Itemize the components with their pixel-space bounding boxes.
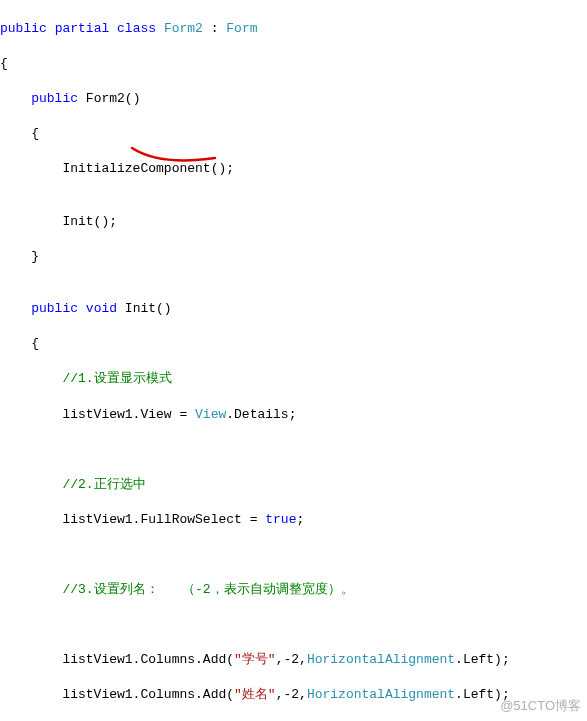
keyword: true <box>265 512 296 527</box>
text: : <box>203 21 226 36</box>
stmt: .Left); <box>455 687 510 702</box>
stmt: listView1.FullRowSelect = <box>0 512 265 527</box>
code-editor[interactable]: public partial class Form2 : Form { publ… <box>0 0 587 721</box>
comment: //3.设置列名： （-2，表示自动调整宽度）。 <box>62 582 353 597</box>
stmt: listView1.Columns.Add( <box>0 687 234 702</box>
keyword: public <box>31 301 78 316</box>
stmt: ; <box>296 512 304 527</box>
type: View <box>195 407 226 422</box>
brace: { <box>0 126 39 141</box>
keyword: void <box>86 301 117 316</box>
stmt: ,-2, <box>276 652 307 667</box>
stmt: .Left); <box>455 652 510 667</box>
text: Form2() <box>78 91 140 106</box>
stmt: ,-2, <box>276 687 307 702</box>
brace: } <box>0 249 39 264</box>
type: Form2 <box>164 21 203 36</box>
brace: { <box>0 56 8 71</box>
keyword: partial <box>55 21 110 36</box>
type: Form <box>226 21 257 36</box>
keyword: class <box>117 21 156 36</box>
type: HorizontalAlignment <box>307 652 455 667</box>
stmt: .Details; <box>226 407 296 422</box>
keyword: public <box>0 21 47 36</box>
stmt: listView1.View = <box>0 407 195 422</box>
comment: //1.设置显示模式 <box>62 371 171 386</box>
comment: //2.正行选中 <box>62 477 145 492</box>
string: "姓名" <box>234 687 276 702</box>
type: HorizontalAlignment <box>307 687 455 702</box>
stmt: InitializeComponent(); <box>0 161 234 176</box>
brace: { <box>0 336 39 351</box>
string: "学号" <box>234 652 276 667</box>
stmt: Init(); <box>0 214 117 229</box>
stmt: listView1.Columns.Add( <box>0 652 234 667</box>
text: Init() <box>117 301 172 316</box>
keyword: public <box>31 91 78 106</box>
